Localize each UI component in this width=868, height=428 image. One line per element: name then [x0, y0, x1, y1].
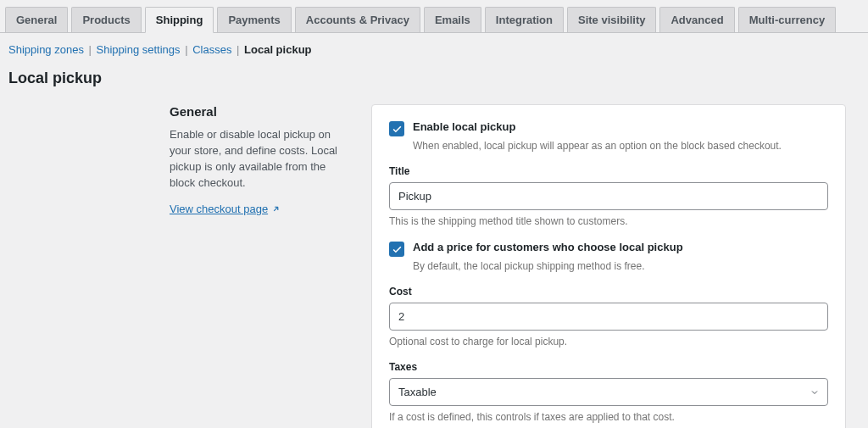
- subnav-separator: |: [236, 43, 242, 56]
- view-checkout-link[interactable]: View checkout page: [170, 203, 281, 215]
- taxes-select[interactable]: Taxable: [389, 378, 828, 406]
- settings-tabs: General Products Shipping Payments Accou…: [0, 0, 868, 33]
- taxes-help: If a cost is defined, this controls if t…: [389, 411, 828, 423]
- subnav-shipping-settings[interactable]: Shipping settings: [97, 43, 181, 56]
- title-help: This is the shipping method title shown …: [389, 215, 828, 227]
- settings-panel: Enable local pickup When enabled, local …: [371, 104, 846, 428]
- subnav-shipping-zones[interactable]: Shipping zones: [8, 43, 84, 56]
- external-link-icon: [271, 204, 281, 214]
- add-price-help: By default, the local pickup shipping me…: [413, 260, 828, 272]
- enable-local-pickup-checkbox[interactable]: [389, 121, 404, 136]
- shipping-subnav: Shipping zones | Shipping settings | Cla…: [0, 33, 868, 66]
- page-title: Local pickup: [0, 66, 868, 104]
- check-icon: [392, 244, 403, 255]
- subnav-separator: |: [89, 43, 95, 56]
- tab-site-visibility[interactable]: Site visibility: [567, 7, 656, 32]
- cost-label: Cost: [389, 286, 828, 297]
- cost-help: Optional cost to charge for local pickup…: [389, 336, 828, 347]
- subnav-local-pickup: Local pickup: [244, 43, 311, 56]
- enable-local-pickup-help: When enabled, local pickup will appear a…: [413, 140, 828, 152]
- tab-emails[interactable]: Emails: [424, 7, 481, 32]
- tab-shipping[interactable]: Shipping: [145, 7, 214, 33]
- tab-accounts-privacy[interactable]: Accounts & Privacy: [295, 7, 420, 32]
- view-checkout-link-label: View checkout page: [170, 203, 268, 215]
- section-heading: General: [170, 104, 348, 119]
- title-input[interactable]: [389, 182, 828, 210]
- section-description: Enable or disable local pickup on your s…: [170, 127, 348, 191]
- tab-multi-currency[interactable]: Multi-currency: [738, 7, 837, 32]
- tab-payments[interactable]: Payments: [217, 7, 291, 32]
- cost-input[interactable]: [389, 303, 828, 331]
- tab-integration[interactable]: Integration: [485, 7, 564, 32]
- subnav-classes[interactable]: Classes: [192, 43, 231, 56]
- taxes-label: Taxes: [389, 361, 828, 373]
- enable-local-pickup-label: Enable local pickup: [413, 120, 515, 133]
- tab-products[interactable]: Products: [71, 7, 141, 32]
- subnav-separator: |: [185, 43, 191, 56]
- add-price-checkbox[interactable]: [389, 242, 404, 257]
- add-price-label: Add a price for customers who choose loc…: [413, 241, 683, 253]
- tab-general[interactable]: General: [5, 7, 68, 32]
- check-icon: [392, 124, 403, 135]
- title-label: Title: [389, 165, 828, 177]
- tab-advanced[interactable]: Advanced: [659, 7, 734, 32]
